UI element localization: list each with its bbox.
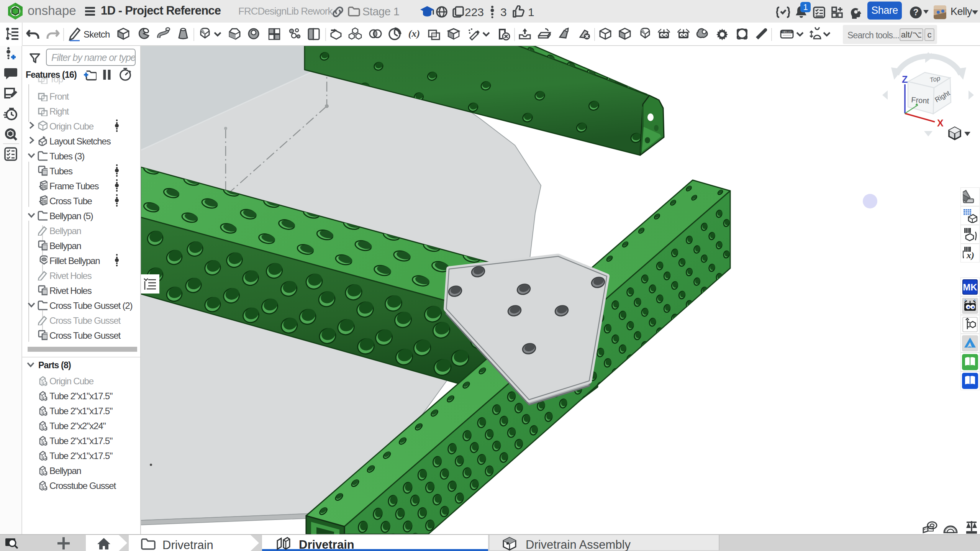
svg-text:(x): (x)	[408, 28, 420, 39]
svg-text:MK: MK	[963, 282, 977, 292]
svg-text:HELLO: HELLO	[783, 31, 792, 33]
svg-text:Z: Z	[902, 74, 908, 85]
svg-text:?: ?	[913, 7, 918, 17]
svg-text:X: X	[937, 118, 944, 128]
svg-text:Front: Front	[911, 95, 930, 105]
svg-text:x): x)	[966, 250, 974, 260]
